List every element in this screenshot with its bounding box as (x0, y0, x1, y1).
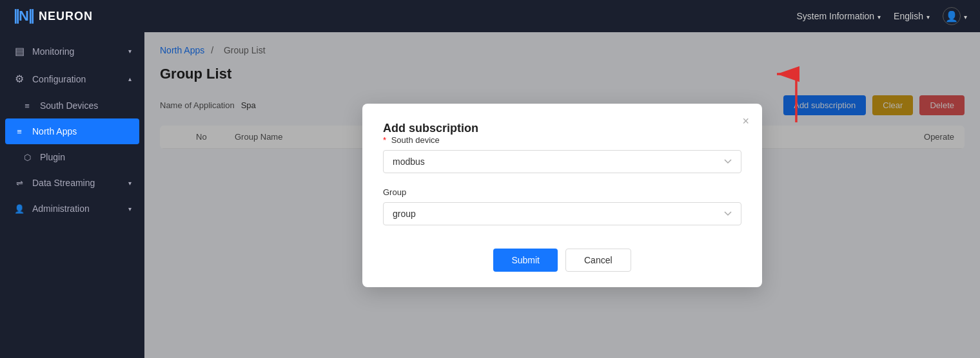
language-label: English (894, 11, 923, 21)
group-label: Group (383, 187, 741, 197)
sidebar-item-label: Plugin (40, 152, 65, 162)
sidebar-item-south-devices[interactable]: ≡ South Devices (0, 93, 144, 118)
sidebar: ▤ Monitoring ▾ ⚙ Configuration ▴ ≡ South… (0, 32, 144, 358)
main-content: North Apps / Group List Group List Name … (144, 32, 980, 358)
system-info-menu[interactable]: System Information (796, 11, 881, 21)
south-device-select[interactable]: modbus (383, 150, 741, 173)
sidebar-item-plugin[interactable]: ⬡ Plugin (0, 144, 144, 170)
modal-overlay: Add subscription × * South device modbus… (144, 32, 980, 358)
user-menu[interactable]: 👤 (943, 7, 967, 25)
submit-button[interactable]: Submit (493, 249, 558, 272)
modal-close-button[interactable]: × (742, 115, 749, 127)
group-form-group: Group group (383, 187, 741, 225)
group-select[interactable]: group (383, 202, 741, 225)
system-info-label: System Information (796, 11, 874, 21)
data-streaming-icon: ⇌ (13, 178, 26, 188)
south-devices-icon: ≡ (21, 101, 34, 111)
modal-title: Add subscription (383, 122, 478, 135)
sidebar-item-data-streaming[interactable]: ⇌ Data Streaming ▾ (0, 170, 144, 196)
avatar: 👤 (943, 7, 961, 25)
user-chevron (964, 11, 967, 21)
plugin-icon: ⬡ (21, 153, 34, 162)
chevron-down-icon: ▾ (128, 180, 132, 187)
monitoring-icon: ▤ (13, 45, 26, 57)
sidebar-item-configuration[interactable]: ⚙ Configuration ▴ (0, 65, 144, 93)
language-menu[interactable]: English (894, 11, 930, 21)
sidebar-item-label: Data Streaming (32, 178, 95, 188)
chevron-down-icon: ▾ (128, 48, 132, 55)
system-info-chevron (877, 11, 881, 21)
chevron-up-icon: ▴ (128, 75, 132, 82)
logo-text: NEURON (39, 10, 93, 23)
language-chevron (926, 11, 930, 21)
cancel-button[interactable]: Cancel (565, 249, 631, 272)
south-device-form-group: * South device modbus (383, 135, 741, 173)
administration-icon: 👤 (13, 204, 26, 214)
add-subscription-modal: Add subscription × * South device modbus… (362, 104, 762, 287)
logo: ∥N∥ NEURON (13, 8, 93, 24)
sidebar-item-label: Monitoring (32, 46, 74, 57)
sidebar-item-label: South Devices (40, 100, 98, 111)
chevron-down-icon: ▾ (128, 205, 132, 212)
sidebar-item-north-apps[interactable]: ≡ North Apps (5, 118, 139, 144)
topnav-right: System Information English 👤 (796, 7, 967, 25)
sidebar-item-monitoring[interactable]: ▤ Monitoring ▾ (0, 37, 144, 65)
sidebar-item-label: Administration (32, 203, 90, 214)
sidebar-item-administration[interactable]: 👤 Administration ▾ (0, 196, 144, 221)
south-device-label: * South device (383, 135, 741, 145)
configuration-icon: ⚙ (13, 73, 26, 85)
south-device-label-text: South device (391, 135, 440, 145)
modal-footer: Submit Cancel (383, 249, 741, 272)
sidebar-item-label: North Apps (32, 126, 77, 137)
sidebar-item-label: Configuration (32, 74, 86, 84)
layout: ▤ Monitoring ▾ ⚙ Configuration ▴ ≡ South… (0, 32, 980, 358)
logo-icon: ∥N∥ (13, 8, 34, 24)
north-apps-icon: ≡ (13, 127, 26, 137)
topnav: ∥N∥ NEURON System Information English 👤 (0, 0, 980, 32)
required-indicator: * (383, 135, 386, 145)
